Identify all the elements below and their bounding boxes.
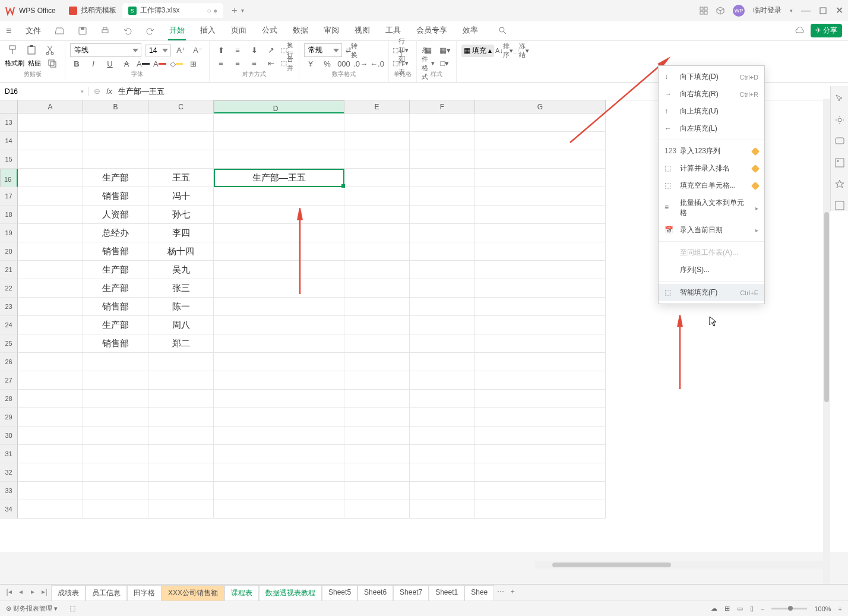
row-header-26[interactable]: 26 (0, 353, 18, 371)
cell[interactable] (18, 371, 83, 390)
cell[interactable] (410, 242, 475, 261)
formula-input[interactable]: 生产部—王五 (118, 86, 164, 97)
fill-button[interactable]: ▦ 填充 ▴ (461, 45, 494, 57)
select-all-corner[interactable] (0, 100, 18, 113)
font-size-select[interactable]: 14 (145, 45, 171, 56)
cell[interactable] (344, 316, 410, 334)
titletab-template[interactable]: 找稻壳模板 (63, 3, 122, 18)
menu-公式[interactable]: 公式 (261, 21, 279, 40)
cell[interactable] (475, 224, 606, 242)
border-button[interactable]: ⊞ (186, 57, 200, 70)
row-header-23[interactable]: 23 (0, 298, 18, 316)
cut-button[interactable] (43, 43, 58, 56)
search-icon[interactable] (498, 26, 508, 36)
cell[interactable] (475, 279, 606, 298)
selection-icon[interactable] (834, 93, 845, 104)
menu-效率[interactable]: 效率 (461, 21, 479, 40)
scroll-thumb[interactable] (824, 212, 829, 402)
copy-button[interactable] (45, 57, 60, 70)
cell[interactable] (214, 463, 344, 482)
cube-icon[interactable] (716, 7, 724, 15)
cell-B20[interactable]: 销售部 (83, 242, 148, 261)
cell[interactable] (18, 445, 83, 463)
cell[interactable] (214, 445, 344, 463)
row-header-28[interactable]: 28 (0, 390, 18, 408)
cell[interactable] (475, 187, 606, 206)
cell[interactable] (18, 298, 83, 316)
first-sheet-button[interactable]: |◂ (4, 587, 14, 598)
cell-B18[interactable]: 人资部 (83, 206, 148, 224)
indent-button[interactable]: ⇤ (264, 57, 277, 70)
cell[interactable] (410, 316, 475, 334)
cell[interactable] (18, 500, 83, 519)
dec-dec-button[interactable]: ←.0 (371, 57, 384, 70)
sheet-tab[interactable]: Sheet6 (357, 585, 393, 601)
tab-opts-icon[interactable]: ○ ● (207, 7, 217, 15)
font-name-select[interactable]: 等线 (70, 43, 141, 57)
last-sheet-button[interactable]: ▸| (39, 587, 50, 598)
sort-button[interactable]: A↓ 排序 ▾ (498, 44, 511, 57)
cell[interactable] (148, 482, 214, 500)
row-header-34[interactable]: 34 (0, 500, 18, 519)
avatar[interactable]: WP (733, 5, 745, 17)
cell[interactable] (344, 187, 410, 206)
cell[interactable] (214, 408, 344, 427)
row-header-33[interactable]: 33 (0, 482, 18, 500)
decrease-font-button[interactable]: A⁻ (191, 44, 204, 57)
cell[interactable] (344, 482, 410, 500)
cell-C19[interactable]: 李四 (148, 224, 214, 242)
sheet-tab[interactable]: Sheet1 (429, 585, 464, 601)
cell-C18[interactable]: 孙七 (148, 206, 214, 224)
cell[interactable] (18, 390, 83, 408)
cell[interactable] (18, 279, 83, 298)
menu-审阅[interactable]: 审阅 (322, 21, 340, 40)
cell[interactable] (214, 334, 344, 353)
cell[interactable] (344, 427, 410, 445)
cell-C24[interactable]: 周八 (148, 316, 214, 334)
cell-B23[interactable]: 销售部 (83, 298, 148, 316)
cell-style-button[interactable]: ▦▾ (438, 43, 451, 56)
fill-menu-item[interactable]: →向右填充(R)Ctrl+R (659, 86, 764, 103)
row-header-25[interactable]: 25 (0, 334, 18, 353)
col-header-D[interactable]: D (214, 100, 344, 113)
cell[interactable] (410, 150, 475, 169)
cell[interactable] (344, 408, 410, 427)
cell[interactable] (344, 353, 410, 371)
cell[interactable] (344, 390, 410, 408)
cell[interactable] (214, 261, 344, 279)
cell-C17[interactable]: 冯十 (148, 187, 214, 206)
cell[interactable] (148, 390, 214, 408)
align-top-button[interactable]: ⬆ (214, 43, 227, 56)
cell[interactable] (410, 224, 475, 242)
cell[interactable] (18, 187, 83, 206)
cell[interactable] (410, 390, 475, 408)
fill-menu-item[interactable]: ⬚计算并录入排名 (659, 160, 764, 177)
titletab-doc-active[interactable]: S 工作簿3.xlsx ○ ● (122, 3, 224, 18)
cell-B21[interactable]: 生产部 (83, 261, 148, 279)
cell[interactable] (83, 445, 148, 463)
cell[interactable] (475, 353, 606, 371)
cell[interactable] (148, 353, 214, 371)
cell-C20[interactable]: 杨十四 (148, 242, 214, 261)
status-text[interactable]: ⊗ 财务报表管理 ▾ (6, 604, 58, 613)
zoom-value[interactable]: 100% (814, 605, 831, 612)
sheet-tab[interactable]: 员工信息 (86, 585, 127, 601)
more-sheets-button[interactable]: ⋯ (495, 587, 506, 598)
cell-B19[interactable]: 总经办 (83, 224, 148, 242)
menu-数据[interactable]: 数据 (292, 21, 309, 40)
save-icon[interactable] (78, 26, 87, 36)
cell[interactable] (344, 242, 410, 261)
menu-开始[interactable]: 开始 (168, 21, 186, 40)
add-tab-button[interactable]: + (232, 5, 237, 16)
help-icon[interactable] (834, 200, 845, 211)
cell[interactable] (344, 445, 410, 463)
cell[interactable] (148, 427, 214, 445)
row-header-22[interactable]: 22 (0, 279, 18, 298)
cell[interactable] (475, 482, 606, 500)
backup-icon[interactable]: ☁ (711, 605, 717, 612)
align-left-button[interactable]: ≡ (214, 57, 227, 70)
cell[interactable] (410, 261, 475, 279)
cell[interactable] (410, 169, 475, 187)
ai-icon[interactable] (834, 179, 845, 189)
cell[interactable] (214, 371, 344, 390)
